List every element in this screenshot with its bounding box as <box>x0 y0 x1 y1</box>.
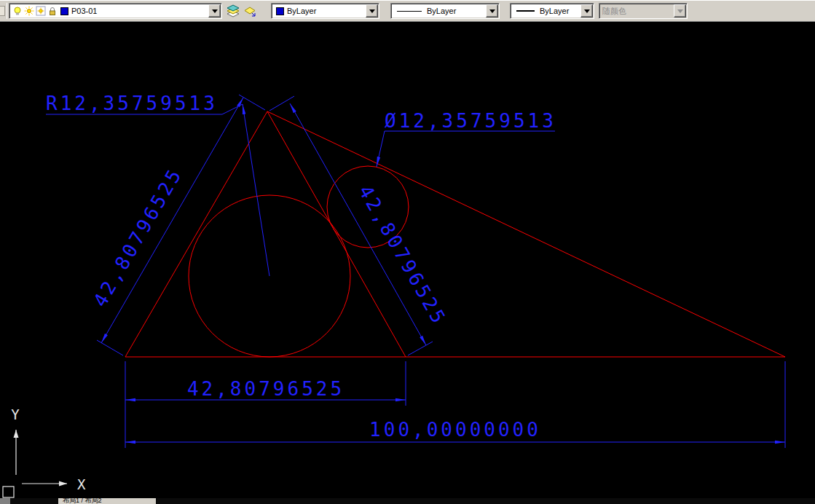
horizontal-dim-small-text[interactable]: 42,80796525 <box>187 378 344 400</box>
radius-dim-text[interactable]: R12,35759513 <box>46 92 218 114</box>
layers-dialog-button[interactable] <box>225 3 241 19</box>
color-combo-dropdown-button[interactable] <box>366 4 378 17</box>
bulb-icon[interactable] <box>12 6 23 16</box>
horizontal-dim-small[interactable] <box>125 361 406 448</box>
sun-icon[interactable] <box>24 6 34 16</box>
layout-tab-labels: 布局1 / 布局2 <box>58 498 156 504</box>
diameter-dim-text[interactable]: Ø12,35759513 <box>385 110 556 132</box>
ucs-y-label: Y <box>11 406 20 422</box>
autocad-window: P03-01 ByLayer ByLayer ByLayer <box>0 0 815 504</box>
triangle[interactable] <box>125 111 785 357</box>
linetype-combo[interactable]: ByLayer <box>390 3 500 19</box>
plot-style-combo: 随颜色 <box>599 3 688 19</box>
plot-style-value: 随颜色 <box>602 6 626 17</box>
linetype-preview <box>397 11 422 12</box>
horizontal-dim-large-text[interactable]: 100,00000000 <box>369 419 541 441</box>
layer-combo-dropdown-button[interactable] <box>208 4 221 17</box>
aligned-dim-left[interactable] <box>97 95 265 355</box>
lock-icon[interactable] <box>47 6 58 16</box>
layer-color-swatch[interactable] <box>60 7 68 15</box>
ucs-x-label: X <box>77 476 86 492</box>
red-geometry[interactable] <box>125 111 785 357</box>
lineweight-value: ByLayer <box>540 7 569 15</box>
model-space-canvas[interactable]: R12,35759513 Ø12,35759513 42,80796525 42… <box>0 22 815 498</box>
layer-combo[interactable]: P03-01 <box>9 3 222 19</box>
color-value: ByLayer <box>287 7 316 15</box>
chevron-down-icon <box>677 9 683 13</box>
ucs-origin-box <box>3 487 14 497</box>
lineweight-combo-dropdown-button[interactable] <box>580 4 593 17</box>
linetype-combo-dropdown-button[interactable] <box>486 4 498 17</box>
make-object-layer-current-button[interactable] <box>242 3 258 19</box>
aligned-dim-left-text[interactable]: 42,80796525 <box>89 163 186 310</box>
drawing-svg[interactable]: R12,35759513 Ø12,35759513 42,80796525 42… <box>0 22 815 498</box>
color-combo[interactable]: ByLayer <box>271 3 379 19</box>
linetype-value: ByLayer <box>427 7 456 15</box>
partial-toolbar-icon <box>0 3 7 19</box>
diameter-dim-leader[interactable] <box>377 131 555 167</box>
layers-dialog-icon <box>227 4 240 17</box>
ucs-icon <box>3 430 67 497</box>
lineweight-combo[interactable]: ByLayer <box>510 3 594 19</box>
lineweight-preview <box>516 10 535 12</box>
layer-name: P03-01 <box>71 7 97 15</box>
viewport-sun-icon[interactable] <box>36 6 46 16</box>
object-properties-toolbar: P03-01 ByLayer ByLayer ByLayer <box>0 0 815 22</box>
chevron-down-icon <box>584 9 590 13</box>
aligned-dim-right[interactable] <box>269 96 433 355</box>
chevron-down-icon <box>212 9 218 13</box>
make-layer-current-icon <box>243 4 256 17</box>
layout-tabs[interactable]: 布局1 / 布局2 <box>58 498 156 504</box>
color-swatch <box>276 7 284 15</box>
plot-style-dropdown-button <box>674 4 686 17</box>
aligned-dim-right-text[interactable]: 42,80796525 <box>355 181 452 329</box>
chevron-down-icon <box>489 9 495 13</box>
layout-tab-strip: 布局1 / 布局2 <box>0 498 815 504</box>
tab-scroll-stub[interactable] <box>0 498 10 504</box>
chevron-down-icon <box>369 9 375 13</box>
